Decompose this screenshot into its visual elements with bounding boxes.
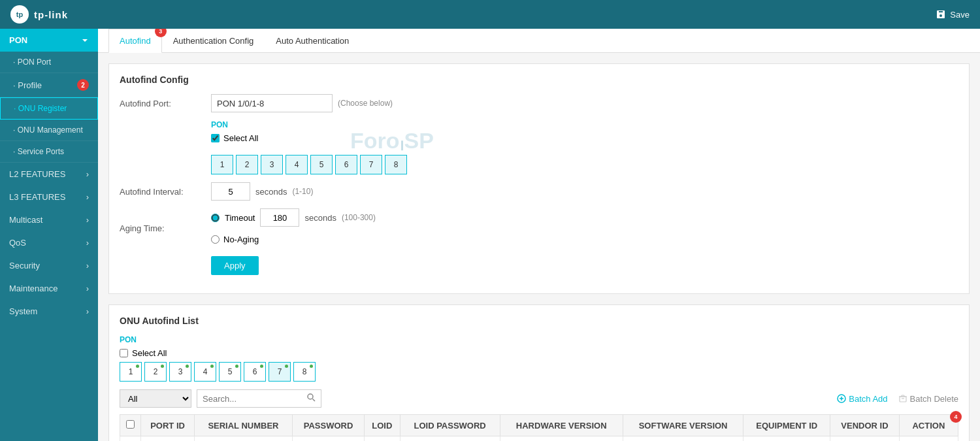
batch-add-button[interactable]: Batch Add <box>837 394 887 404</box>
tab-auth-config[interactable]: Authentication Config <box>162 29 265 53</box>
profile-badge: 2 <box>77 79 89 91</box>
col-vendor-id: VENDOR ID <box>830 415 900 436</box>
row-password: -- <box>293 436 365 442</box>
batch-delete-button[interactable]: Batch Delete <box>898 394 958 404</box>
col-software-version: SOFTWARE VERSION <box>623 415 743 436</box>
pon-btn-1[interactable]: 1 <box>211 155 233 174</box>
autofind-config-section: Autofind Config Autofind Port: (Choose b… <box>108 63 970 294</box>
sidebar-item-l3-features[interactable]: L3 FEATURES › <box>0 186 98 208</box>
save-button[interactable]: Save <box>936 9 970 20</box>
content-area: Autofind Config Autofind Port: (Choose b… <box>98 53 980 441</box>
onu-pon-btn-3[interactable]: 3 <box>169 362 191 382</box>
l2-label: L2 FEATURES <box>9 169 65 179</box>
batch-add-icon <box>837 394 846 403</box>
interval-input[interactable] <box>211 182 250 201</box>
onu-pon-area: PON Select All 1 2 3 4 5 6 7 8 <box>120 335 958 382</box>
row-equipment-id: XN020-G3 <box>743 436 830 442</box>
search-button[interactable] <box>302 393 321 404</box>
sidebar-item-onu-management[interactable]: · ONU Management <box>0 120 98 141</box>
table-controls: All <box>120 389 958 408</box>
onu-list-section: ONU Autofind List PON Select All 1 2 3 4… <box>108 304 970 441</box>
sidebar-item-service-ports[interactable]: · Service Ports <box>0 141 98 163</box>
search-input[interactable] <box>197 394 302 404</box>
l3-label: L3 FEATURES <box>9 192 65 202</box>
onu-pon-btn-2[interactable]: 2 <box>144 362 167 382</box>
pon-btn-3[interactable]: 3 <box>261 155 283 174</box>
svg-point-0 <box>308 394 313 399</box>
no-aging-radio[interactable] <box>211 235 220 244</box>
search-box <box>197 389 321 408</box>
port-label: Autofind Port: <box>120 99 211 108</box>
aging-options: Timeout seconds (100-300) No-Aging <box>211 208 376 248</box>
onu-pon-btn-8[interactable]: 8 <box>293 362 316 382</box>
sidebar-item-profile[interactable]: · Profile 2 <box>0 73 98 97</box>
tab-bar: Autofind 3 Authentication Config Auto Au… <box>98 29 980 53</box>
sidebar-item-pon-port[interactable]: · PON Port <box>0 52 98 73</box>
pon-btn-6[interactable]: 6 <box>335 155 357 174</box>
svg-line-1 <box>313 399 316 402</box>
sidebar-pon-label: PON <box>9 35 27 45</box>
logo-text: tp-link <box>34 9 68 20</box>
onu-table: PORT ID SERIAL NUMBER PASSWORD LOID LOID… <box>120 414 958 441</box>
col-hardware-version: HARDWARE VERSION <box>500 415 623 436</box>
filter-select[interactable]: All <box>120 389 191 408</box>
pon-btn-5[interactable]: 5 <box>310 155 333 174</box>
security-chevron: › <box>86 261 89 270</box>
row-port-id: 7 <box>141 436 195 442</box>
sidebar-item-system[interactable]: System › <box>0 300 98 323</box>
onu-pon-btn-4[interactable]: 4 <box>194 362 216 382</box>
timeout-label: Timeout <box>225 213 255 223</box>
onu-pon-btn-5[interactable]: 5 <box>219 362 241 382</box>
sidebar-item-l2-features[interactable]: L2 FEATURES › <box>0 163 98 186</box>
col-loid-password: LOID PASSWORD <box>400 415 500 436</box>
interval-inputs: seconds (1-10) <box>211 182 313 201</box>
interval-range: (1-10) <box>292 187 313 196</box>
system-label: System <box>9 306 37 316</box>
table-right-controls: Batch Add Batch Delete <box>837 394 958 404</box>
pon-btn-7[interactable]: 7 <box>360 155 382 174</box>
autofind-port-input[interactable] <box>211 94 333 112</box>
pon-group-label: PON <box>211 120 407 129</box>
onu-select-all-checkbox[interactable] <box>120 349 128 357</box>
pon-btn-2[interactable]: 2 <box>236 155 258 174</box>
port-hint: (Choose below) <box>338 99 393 108</box>
l2-chevron: › <box>86 169 89 179</box>
apply-button[interactable]: Apply <box>211 256 259 275</box>
apply-row: Apply <box>120 256 958 275</box>
main-content: Autofind 3 Authentication Config Auto Au… <box>98 29 980 441</box>
timeout-row: Timeout seconds (100-300) <box>211 208 376 227</box>
tab-autofind[interactable]: Autofind 3 <box>108 29 162 53</box>
onu-pon-btn-6[interactable]: 6 <box>244 362 266 382</box>
pon-btn-4[interactable]: 4 <box>286 155 308 174</box>
profile-label: · Profile <box>13 80 42 90</box>
sidebar-item-maintenance[interactable]: Maintenance › <box>0 277 98 300</box>
l3-chevron: › <box>86 192 89 202</box>
logo: tp tp-link <box>10 5 68 24</box>
tab-auto-auth[interactable]: Auto Authentication <box>265 29 360 53</box>
security-label: Security <box>9 261 40 270</box>
timeout-input[interactable] <box>260 208 299 227</box>
interval-unit: seconds <box>255 187 287 197</box>
sidebar-item-security[interactable]: Security › <box>0 254 98 277</box>
select-all-row: Select All <box>211 133 407 143</box>
onu-pon-btn-1[interactable]: 1 <box>120 362 142 382</box>
col-serial-number: SERIAL NUMBER <box>194 415 292 436</box>
maintenance-chevron: › <box>86 284 89 293</box>
pon-btn-8[interactable]: 8 <box>385 155 407 174</box>
interval-label: Autofind Interval: <box>120 187 211 197</box>
onu-pon-buttons-row: Select All <box>120 348 958 358</box>
sidebar-item-qos[interactable]: QoS › <box>0 231 98 254</box>
onu-pon-btn-7[interactable]: 7 <box>269 362 291 382</box>
header-checkbox[interactable] <box>126 420 135 429</box>
tab-autofind-label: Autofind <box>120 36 151 46</box>
select-all-checkbox[interactable] <box>211 134 220 142</box>
sidebar-pon-header[interactable]: PON <box>0 29 98 52</box>
timeout-radio[interactable] <box>211 214 220 222</box>
sidebar-item-onu-register[interactable]: · ONU Register <box>0 97 98 120</box>
multicast-chevron: › <box>86 215 89 225</box>
sidebar-item-multicast[interactable]: Multicast › <box>0 208 98 231</box>
multicast-label: Multicast <box>9 215 42 225</box>
onu-pon-buttons: 1 2 3 4 5 6 7 8 <box>120 362 958 382</box>
tab-auto-auth-label: Auto Authentication <box>276 36 349 46</box>
onu-pon-label: PON <box>120 335 958 344</box>
